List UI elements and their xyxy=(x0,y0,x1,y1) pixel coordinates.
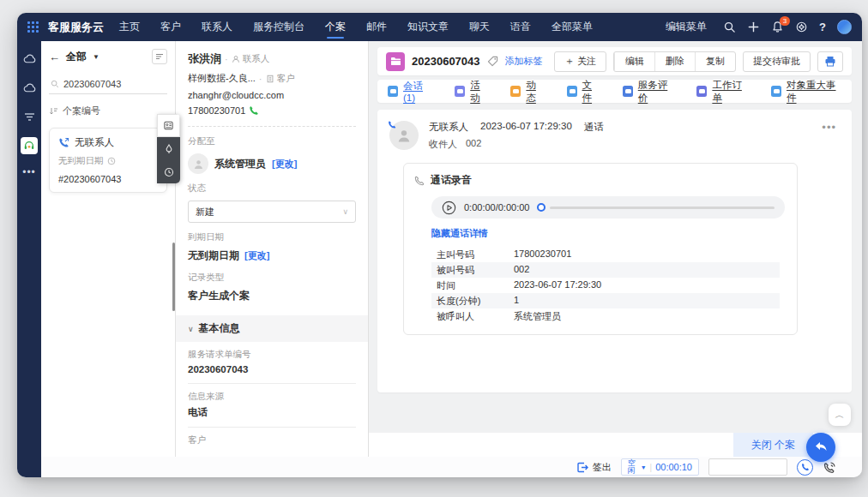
player-seek-handle[interactable] xyxy=(537,203,546,212)
conversation-sender[interactable]: 无联系人 xyxy=(429,121,468,134)
contact-phone[interactable]: 17800230701 xyxy=(188,105,245,116)
list-settings-button[interactable] xyxy=(152,49,167,64)
topnav-item[interactable]: 联系人 xyxy=(202,13,232,41)
plus-icon: ＋ xyxy=(564,54,575,69)
recipient-value: 002 xyxy=(466,138,481,151)
notification-badge: 3 xyxy=(780,16,790,26)
player-time: 0:00:00/0:00:00 xyxy=(464,202,529,213)
related-tab[interactable]: 工作订单 xyxy=(696,79,749,105)
field-value xyxy=(188,450,356,457)
due-date-label: 到期日期 xyxy=(188,231,356,243)
change-due-link[interactable]: [更改] xyxy=(244,249,269,262)
related-tab[interactable]: 活动 xyxy=(455,79,488,105)
topnav-item[interactable]: 个案 xyxy=(325,13,346,41)
case-number-title: 20230607043 xyxy=(412,55,480,68)
topnav-item[interactable]: 服务控制台 xyxy=(253,13,304,41)
tab-icon xyxy=(623,86,633,97)
settings-gear-icon[interactable] xyxy=(795,21,808,33)
action-button[interactable]: 编辑 xyxy=(614,52,654,71)
action-button[interactable]: 删除 xyxy=(654,52,695,71)
detail-field: 服务请求单编号 20230607043 xyxy=(188,342,356,384)
scrollbar-thumb[interactable] xyxy=(172,243,175,311)
related-tabs-bar: 会话(1) 活动 动态 文件 服 xyxy=(377,80,852,103)
topnav-item[interactable]: 主页 xyxy=(119,13,140,41)
contact-email[interactable]: zhanghr@cloudcc.com xyxy=(188,90,356,100)
topnav-item[interactable]: 邮件 xyxy=(366,13,387,41)
case-due-date: 无到期日期 xyxy=(58,155,104,167)
call-detail-row: 长度(分钟) 1 xyxy=(431,293,780,308)
phone-green-icon[interactable] xyxy=(249,105,259,116)
conversation-avatar xyxy=(389,121,419,150)
search-icon-small xyxy=(51,80,59,88)
sign-out-label: 签出 xyxy=(593,461,612,474)
history-clock-tool-icon[interactable] xyxy=(157,160,180,183)
help-icon[interactable]: ? xyxy=(819,21,826,33)
related-tab[interactable]: 动态 xyxy=(510,79,544,105)
collapse-panel-button[interactable]: ︿ xyxy=(829,404,851,426)
owner-avatar xyxy=(188,153,208,174)
change-owner-link[interactable]: [更改] xyxy=(272,158,297,171)
add-tag-link[interactable]: 添加标签 xyxy=(505,55,543,68)
dial-number-input[interactable] xyxy=(708,458,787,476)
service-console-icon[interactable] xyxy=(21,137,38,154)
sign-out-button[interactable]: 签出 xyxy=(576,461,612,474)
case-list-item[interactable]: 无联系人 无到期日期 #20230607043 xyxy=(49,128,167,193)
hide-call-details-link[interactable]: 隐藏通话详情 xyxy=(431,227,488,240)
cloud-app-icon-2[interactable] xyxy=(21,79,38,96)
action-button-group: 编辑删除复制 xyxy=(613,51,736,72)
phone-receiver-icon xyxy=(414,176,425,186)
reply-arrow-icon xyxy=(814,441,828,453)
contact-name[interactable]: 张洪润 xyxy=(188,51,221,67)
topnav-item[interactable]: 全部菜单 xyxy=(552,13,593,41)
app-launcher-icon[interactable] xyxy=(27,21,39,33)
call-detail-label: 被呼叫人 xyxy=(437,310,514,323)
player-progress-track[interactable] xyxy=(550,207,775,209)
back-arrow-icon[interactable]: ← xyxy=(49,51,60,63)
topnav-item[interactable]: 聊天 xyxy=(469,13,490,41)
dial-call-icon[interactable] xyxy=(797,459,813,476)
close-case-button[interactable]: 关闭 个案 xyxy=(733,433,813,457)
list-view-title[interactable]: 全部 xyxy=(66,50,87,64)
building-icon xyxy=(266,75,274,83)
list-search-input[interactable]: 20230607043 xyxy=(49,76,167,94)
call-detail-label: 时间 xyxy=(437,279,514,292)
clock-icon xyxy=(107,157,116,165)
action-button[interactable]: 复制 xyxy=(695,52,735,71)
related-tab[interactable]: 对象重大事件 xyxy=(771,79,841,105)
call-detail-value: 1 xyxy=(514,295,519,308)
filter-icon[interactable] xyxy=(21,108,38,125)
plus-icon[interactable] xyxy=(747,21,760,33)
view-caret-icon[interactable]: ▼ xyxy=(93,53,99,61)
print-button[interactable] xyxy=(817,51,843,72)
section-basic-info[interactable]: ∨ 基本信息 xyxy=(176,315,368,342)
contact-card-tool-icon[interactable] xyxy=(157,114,180,137)
topnav-item[interactable]: 客户 xyxy=(160,13,181,41)
dropper-tool-icon[interactable] xyxy=(157,137,180,160)
conversation-channel: 通话 xyxy=(584,121,604,134)
account-name[interactable]: 样例数据-久良... xyxy=(188,72,256,85)
related-tab[interactable]: 会话(1) xyxy=(388,80,432,103)
presence-selector[interactable]: 空闲 ▼ | 00:00:10 xyxy=(621,458,699,476)
submit-approval-button[interactable]: 提交待审批 xyxy=(743,51,811,72)
topnav-item[interactable]: 知识文章 xyxy=(407,13,449,41)
related-tab[interactable]: 服务评价 xyxy=(623,79,675,105)
follow-button[interactable]: ＋关注 xyxy=(554,51,606,72)
more-menu-icon[interactable]: ••• xyxy=(818,121,840,151)
incoming-call-icon[interactable] xyxy=(823,461,836,474)
brand-title: 客服服务云 xyxy=(48,20,104,35)
play-button-icon[interactable] xyxy=(442,201,456,215)
sort-field-row[interactable]: 个案编号 xyxy=(49,105,167,117)
search-icon[interactable] xyxy=(723,21,736,33)
topnav-item[interactable]: 语音 xyxy=(510,13,531,41)
related-tab[interactable]: 文件 xyxy=(567,79,600,105)
notification-bell-icon[interactable]: 3 xyxy=(771,21,784,33)
cloud-app-icon[interactable] xyxy=(21,50,38,67)
status-select[interactable]: 新建 ∨ xyxy=(188,201,356,223)
edit-menu-button[interactable]: 编辑菜单 xyxy=(666,20,707,34)
user-avatar[interactable] xyxy=(837,20,852,34)
owner-name[interactable]: 系统管理员 xyxy=(214,157,266,171)
recording-title: 通话录音 xyxy=(431,173,472,188)
more-apps-icon[interactable]: ••• xyxy=(22,166,36,178)
call-detail-label: 主叫号码 xyxy=(437,248,514,261)
reply-fab-button[interactable] xyxy=(806,433,835,462)
